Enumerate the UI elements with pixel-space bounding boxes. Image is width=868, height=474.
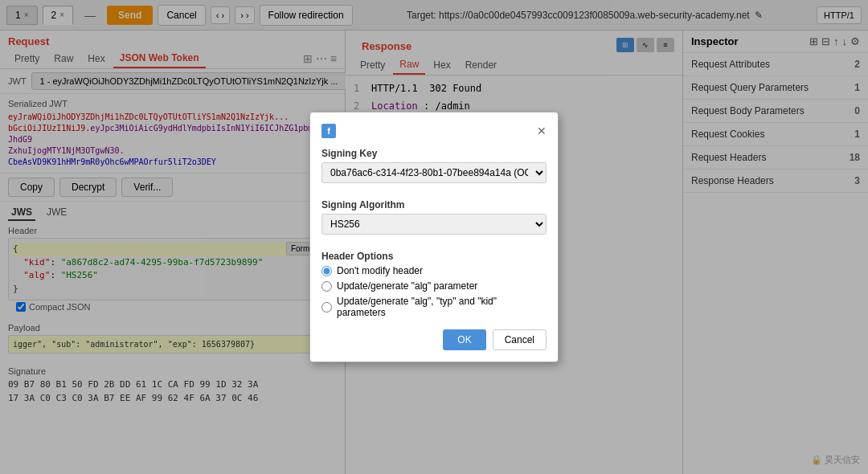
signing-key-select[interactable]: 0ba76ac6-c314-4f23-80b1-07bee894a14a (OC…: [321, 162, 547, 183]
header-options-label: Header Options: [321, 251, 547, 262]
dialog-overlay: f ✕ Signing Key 0ba76ac6-c314-4f23-80b1-…: [0, 0, 868, 474]
dialog-header: f ✕: [321, 124, 547, 138]
dialog-icon: f: [321, 124, 336, 138]
radio-update-all-label: Update/generate "alg", "typ" and "kid" p…: [337, 296, 547, 318]
signing-key-section: Signing Key 0ba76ac6-c314-4f23-80b1-07be…: [321, 148, 547, 191]
cancel-dialog-button[interactable]: Cancel: [493, 329, 547, 350]
radio-update-alg-label: Update/generate "alg" parameter: [337, 280, 477, 292]
header-options-section: Header Options Don't modify header Updat…: [321, 251, 547, 318]
dialog-footer: OK Cancel: [321, 329, 547, 350]
signing-key-dialog: f ✕ Signing Key 0ba76ac6-c314-4f23-80b1-…: [309, 112, 559, 362]
radio-dont-modify[interactable]: Don't modify header: [321, 265, 547, 276]
algorithm-select[interactable]: HS256: [321, 214, 547, 235]
signing-key-label: Signing Key: [321, 148, 547, 159]
radio-update-alg[interactable]: Update/generate "alg" parameter: [321, 280, 547, 292]
ok-button[interactable]: OK: [443, 329, 485, 350]
radio-update-all[interactable]: Update/generate "alg", "typ" and "kid" p…: [321, 296, 547, 318]
radio-update-all-input[interactable]: [321, 302, 332, 313]
dialog-close-button[interactable]: ✕: [537, 125, 547, 137]
algorithm-label: Signing Algorithm: [321, 199, 547, 210]
radio-update-alg-input[interactable]: [321, 281, 332, 292]
signing-algorithm-section: Signing Algorithm HS256: [321, 199, 547, 243]
radio-dont-modify-input[interactable]: [321, 266, 332, 276]
radio-dont-modify-label: Don't modify header: [337, 265, 423, 276]
